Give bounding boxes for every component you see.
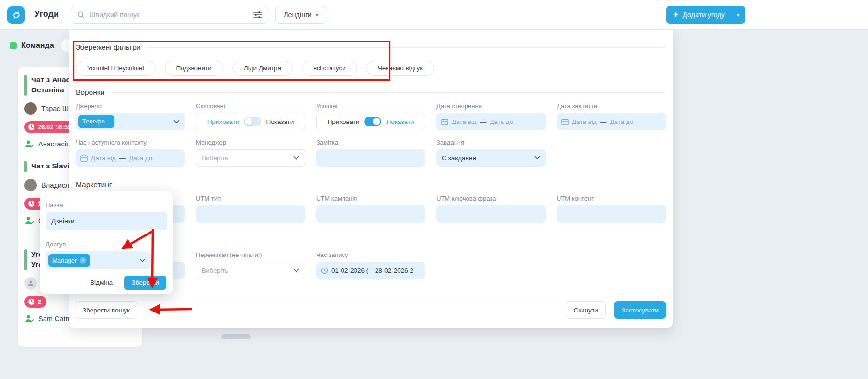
filter-name-input[interactable]: Дзвінки (46, 212, 167, 230)
hide-option[interactable]: Приховати (207, 118, 240, 125)
date-range-dash: — (119, 155, 126, 162)
deal-title: Чат з Slavik (31, 161, 73, 172)
cancelled-toggle[interactable] (244, 117, 261, 126)
utm-campaign-input[interactable] (316, 205, 425, 223)
status-bar (24, 75, 27, 96)
toggle-knob (245, 118, 252, 125)
source-tag[interactable]: Телефо... (78, 115, 114, 128)
closed-date-label: Дата закриття (557, 102, 597, 110)
remove-tag-icon[interactable]: × (80, 257, 86, 264)
saved-filter-chip[interactable]: Ліди Дмитра (232, 61, 293, 76)
avatar (24, 277, 37, 290)
add-deal-button[interactable]: + Додати угоду ▾ (666, 6, 745, 24)
date-from-placeholder: Дата від (452, 118, 477, 125)
chevron-down-icon: ▾ (316, 12, 319, 18)
saved-filters-section: Збережені фільтри (76, 43, 665, 52)
avatar (24, 179, 37, 191)
date-range-dash: — (480, 118, 487, 125)
manager-select[interactable]: Виберіть (196, 149, 305, 167)
clock-icon (28, 200, 35, 207)
utm-content-label: UTM контент (557, 195, 594, 202)
funnels-title: Воронки (76, 88, 104, 97)
created-date-range[interactable]: Дата від — Дата до (436, 113, 546, 130)
clock-icon (28, 298, 35, 305)
apply-button[interactable]: Застосувати (614, 301, 666, 319)
source-select[interactable]: Телефо... (76, 113, 185, 130)
record-time-label: Час запису (316, 251, 348, 258)
utm-phrase-label: UTM ключова фраза (436, 195, 496, 202)
add-deal-label: Додати угоду (683, 11, 731, 19)
task-select[interactable]: Є завдання (436, 149, 546, 167)
saved-filter-chip[interactable]: всі статуси (302, 61, 357, 76)
reset-label: Скинути (573, 307, 598, 314)
toggle-knob (373, 118, 380, 125)
plus-icon: + (666, 10, 683, 21)
record-time-range[interactable]: 01-02-2026 (—28-02-2026 2 (316, 262, 425, 279)
saved-filter-chip[interactable]: Чекаємо відгук (366, 61, 434, 76)
utm-content-input[interactable] (557, 205, 666, 223)
access-label: Доступ (46, 241, 66, 248)
search-input[interactable]: Швидкий пошук (71, 11, 247, 19)
next-contact-date-range[interactable]: Дата від — Дата до (76, 149, 185, 167)
due-time: 2 (38, 298, 41, 305)
add-deal-dropdown[interactable]: ▾ (731, 12, 745, 18)
marketing-section: Маркетинг (76, 180, 665, 189)
due-badge: 2 (24, 296, 46, 308)
saved-filter-chip[interactable]: Успшіні і Неуспішні (76, 61, 156, 76)
date-to-placeholder: Дата до (490, 118, 513, 125)
apply-label: Застосувати (621, 307, 658, 314)
reset-button[interactable]: Скинути (566, 301, 606, 319)
note-input[interactable] (316, 149, 425, 167)
task-select-value: Є завдання (442, 155, 476, 162)
popup-save-label: Зберегти (132, 279, 159, 286)
saved-filter-chip[interactable]: Подзвонити (165, 61, 223, 76)
switch-select[interactable]: Виберіть (196, 262, 305, 279)
switch-label: Перемикач (не чіпати!) (196, 251, 262, 258)
section-divider (111, 92, 665, 93)
top-bar: Угоди Швидкий пошук (0, 0, 868, 30)
date-from-placeholder: Дата від (572, 118, 597, 125)
filter-name-value: Дзвінки (51, 217, 75, 225)
show-option[interactable]: Показати (386, 118, 414, 125)
source-label: Джерело (76, 102, 102, 110)
access-select[interactable]: Manager × (46, 251, 151, 269)
created-date-label: Дата створення (436, 102, 482, 110)
marketing-title: Маркетинг (76, 180, 112, 189)
cancel-button[interactable]: Відміна (90, 279, 113, 286)
calendar-icon (561, 118, 569, 125)
date-from-placeholder: Дата від (91, 155, 116, 162)
date-to-placeholder: Дата до (129, 155, 152, 162)
app-logo[interactable] (7, 6, 25, 24)
date-to-placeholder: Дата до (610, 118, 633, 125)
chevron-down-icon (293, 268, 299, 272)
status-bar (24, 249, 27, 270)
closed-date-range[interactable]: Дата від — Дата до (557, 113, 666, 130)
utm-phrase-input[interactable] (436, 205, 546, 223)
horizontal-scrollbar[interactable] (221, 334, 251, 339)
success-label: Успішні (316, 102, 337, 110)
section-divider (118, 185, 665, 185)
show-option[interactable]: Показати (266, 118, 294, 125)
save-search-button[interactable]: Зберегти пошук (75, 301, 137, 319)
calendar-icon (80, 155, 88, 162)
chevron-down-icon (139, 258, 146, 262)
saved-filter-chips: Успшіні і Неуспішні Подзвонити Ліди Дмит… (76, 61, 434, 76)
advanced-filters-button[interactable] (247, 6, 268, 23)
team-label: Команда (21, 41, 54, 50)
calendar-icon (441, 118, 448, 125)
funnel-selector[interactable]: Лендінги ▾ (275, 6, 326, 24)
utm-type-input[interactable] (196, 205, 305, 223)
success-toggle-field: Приховати Показати (316, 113, 425, 130)
manager-label: Менеджер (196, 139, 226, 146)
select-placeholder: Виберіть (202, 267, 228, 274)
avatar (24, 102, 37, 115)
chevron-down-icon: ▾ (737, 12, 740, 18)
cancelled-toggle-field: Приховати Показати (196, 113, 305, 130)
chevron-down-icon (293, 156, 299, 160)
success-toggle[interactable] (364, 117, 381, 126)
popup-save-button[interactable]: Зберегти (124, 276, 166, 290)
record-time-value: 01-02-2026 (—28-02-2026 2 (331, 267, 413, 274)
hide-option[interactable]: Приховати (328, 118, 360, 125)
sliders-icon (253, 11, 263, 19)
due-time: 26.02 16:55 (38, 123, 71, 131)
